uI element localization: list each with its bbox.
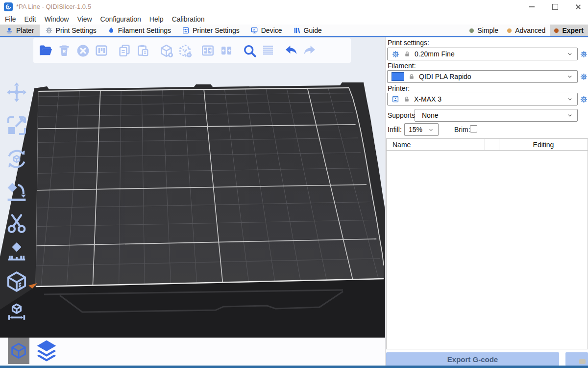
menu-file[interactable]: File [2,14,19,25]
seam-tool-button[interactable] [3,268,30,295]
export-option-icon [579,359,586,364]
export-gcode-button[interactable]: Export G-code [386,352,559,366]
scale-tool-button[interactable] [3,112,30,139]
edit-print-settings-button[interactable] [579,50,588,58]
copy-button[interactable] [115,40,134,61]
filament-combo[interactable]: QIDI PLA Rapido [387,70,578,83]
cut-tool-button[interactable] [3,210,30,237]
delete-all-button[interactable] [74,40,92,61]
tab-guide-label: Guide [304,26,322,34]
gear-icon [580,73,588,81]
edit-printer-button[interactable] [579,95,588,104]
rotate-icon [5,147,28,171]
scissors-icon [5,212,28,235]
tab-device[interactable]: Device [245,25,288,36]
3d-viewport-canvas[interactable] [0,37,385,338]
filament-color-swatch [392,72,404,81]
gear-icon [580,95,588,104]
brim-label: Brim: [454,126,470,133]
place-on-face-tool-button[interactable] [3,178,30,205]
printer-icon [182,26,190,34]
tab-print-settings[interactable]: Print Settings [40,25,102,36]
support-paint-icon [5,240,28,263]
close-button[interactable] [568,0,588,14]
rotate-tool-button[interactable] [3,145,30,173]
open-project-button[interactable] [36,40,55,61]
move-icon [5,81,28,104]
split-to-objects-button[interactable] [198,40,217,61]
redo-arrow-icon [302,43,318,58]
add-instance-button[interactable] [157,40,175,61]
edit-filament-button[interactable] [579,72,588,81]
mode-switcher: Simple Advanced Expert [465,25,588,36]
column-header-editing[interactable]: Editing [499,139,588,150]
measure-tool-button[interactable] [3,298,30,326]
measure-icon [6,301,27,323]
seam-cube-icon [5,270,28,293]
paint-supports-tool-button[interactable] [3,237,30,265]
split-objects-icon [200,43,215,58]
3d-editor-view-button[interactable] [8,338,29,364]
chevron-down-icon [566,51,573,57]
minimize-icon [529,6,535,7]
undo-button[interactable] [282,40,300,61]
column-header-name[interactable]: Name [387,139,485,150]
menu-window[interactable]: Window [42,14,72,25]
mode-advanced[interactable]: Advanced [503,25,550,36]
circle-x-icon [75,43,91,58]
arrange-button[interactable] [92,40,111,61]
object-list-body[interactable] [387,151,588,349]
menu-bar: File Edit Window View Configuration Help… [0,14,588,25]
gizmo-toolbar [3,37,30,338]
printer-combo[interactable]: X-MAX 3 [387,93,578,105]
column-header-extruder[interactable] [485,139,499,150]
supports-combo[interactable]: None [415,109,578,122]
menu-help[interactable]: Help [147,14,167,25]
tab-plater[interactable]: Plater [0,25,40,36]
printer-value: X-MAX 3 [414,95,441,103]
remove-instance-button[interactable] [175,40,194,61]
split-to-parts-button[interactable] [217,40,236,61]
supports-label: Supports: [388,111,417,119]
print-settings-combo[interactable]: 0.20mm Fine [387,48,578,60]
cube-minus-icon [177,43,193,58]
search-button[interactable] [240,40,259,61]
maximize-button[interactable] [545,0,565,14]
mode-expert-label: Expert [562,26,584,34]
undo-arrow-icon [283,43,299,58]
infill-label: Infill: [388,126,402,133]
tab-printer-settings[interactable]: Printer Settings [176,25,245,36]
infill-combo[interactable]: 15% [404,123,439,136]
copy-icon [117,43,132,58]
mode-expert[interactable]: Expert [550,25,588,36]
plater-icon [5,26,13,34]
minimize-button[interactable] [522,0,541,14]
menu-calibration[interactable]: Calibration [169,14,208,25]
menu-configuration[interactable]: Configuration [98,14,144,25]
qidislicer-window: *PA Line - QIDISlicer-1.0.5 File Edit Wi… [0,0,588,368]
variable-layer-height-button[interactable] [259,40,277,61]
brim-checkbox[interactable] [470,125,477,132]
move-tool-button[interactable] [3,79,30,106]
menu-view[interactable]: View [74,14,95,25]
paste-button[interactable] [134,40,152,61]
lock-icon [403,96,410,103]
object-list-header: Name Editing [387,139,588,151]
cube-3d-view-icon [9,342,28,360]
tab-guide[interactable]: Guide [288,25,327,36]
guide-books-icon [293,26,301,34]
search-icon [242,43,257,58]
app-logo-icon [4,2,13,11]
delete-button[interactable] [55,40,74,61]
mode-simple[interactable]: Simple [465,25,503,36]
tab-filament-settings[interactable]: Filament Settings [102,25,176,36]
expert-mode-dot-icon [554,28,559,33]
export-options-button[interactable] [565,352,588,366]
3d-viewport[interactable] [0,37,385,338]
mode-advanced-label: Advanced [515,26,545,34]
redo-button[interactable] [300,40,319,61]
place-on-face-icon [5,180,28,203]
tab-device-label: Device [261,26,282,34]
preview-view-button[interactable] [31,339,62,364]
menu-edit[interactable]: Edit [22,14,39,25]
